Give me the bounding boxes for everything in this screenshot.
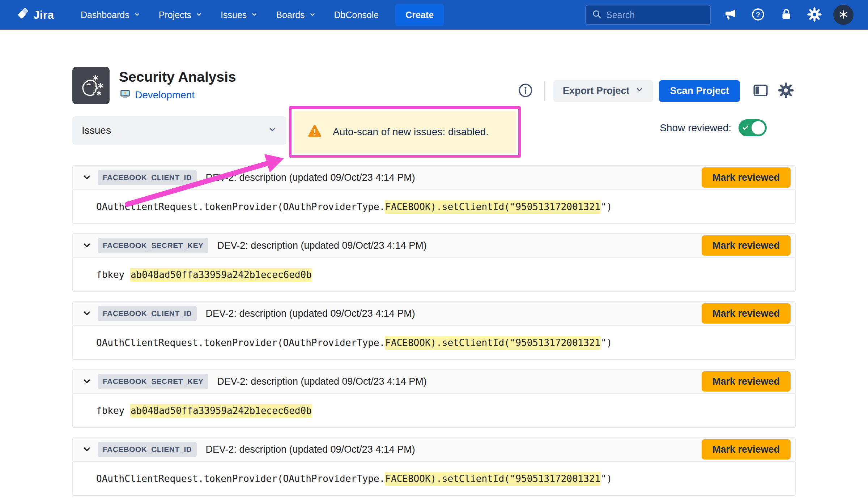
jira-logo-text: Jira bbox=[33, 8, 54, 22]
secret-code-snippet: fbkey ab048ad50ffa33959a242b1ecec6ed0b bbox=[96, 269, 312, 280]
issue-card: FACEBOOK_SECRET_KEY DEV-2: description (… bbox=[72, 369, 796, 428]
highlighted-secret: ab048ad50ffa33959a242b1ecec6ed0b bbox=[130, 268, 312, 282]
chevron-down-icon bbox=[195, 10, 203, 20]
lock-icon bbox=[780, 8, 793, 22]
check-icon bbox=[742, 124, 750, 132]
search-input[interactable] bbox=[606, 10, 705, 20]
create-button[interactable]: Create bbox=[395, 4, 444, 26]
mark-reviewed-button[interactable]: Mark reviewed bbox=[702, 371, 791, 392]
collapse-chevron-button[interactable] bbox=[78, 169, 95, 186]
jira-logo[interactable]: Jira bbox=[17, 7, 54, 23]
top-navbar: Jira Dashboards Projects Issues Boards D… bbox=[0, 0, 868, 30]
chevron-down-icon bbox=[309, 10, 316, 20]
mark-reviewed-button[interactable]: Mark reviewed bbox=[702, 439, 791, 460]
security-button[interactable] bbox=[777, 5, 796, 24]
issue-card-header: FACEBOOK_CLIENT_ID DEV-2: description (u… bbox=[73, 166, 795, 190]
nav-item-boards[interactable]: Boards bbox=[269, 5, 322, 25]
project-category-link[interactable]: Development bbox=[135, 89, 195, 101]
nav-item-label: Dashboards bbox=[81, 10, 129, 20]
issues-filter-label: Issues bbox=[82, 125, 111, 136]
secret-code-snippet: fbkey ab048ad50ffa33959a242b1ecec6ed0b bbox=[96, 405, 312, 416]
code-prefix: fbkey bbox=[96, 269, 130, 280]
chevron-down-icon bbox=[251, 10, 258, 20]
issue-type-badge: FACEBOOK_SECRET_KEY bbox=[98, 374, 208, 389]
code-prefix: OAuthClientRequest.tokenProvider(OAuthPr… bbox=[96, 201, 385, 212]
highlighted-secret: ab048ad50ffa33959a242b1ecec6ed0b bbox=[130, 404, 312, 418]
jira-logo-icon bbox=[17, 7, 30, 23]
highlighted-secret: FACEBOOK).setClientId("950513172001321 bbox=[385, 336, 601, 350]
secret-code-snippet: OAuthClientRequest.tokenProvider(OAuthPr… bbox=[96, 201, 612, 212]
secret-code-snippet: OAuthClientRequest.tokenProvider(OAuthPr… bbox=[96, 473, 612, 484]
chevron-down-icon bbox=[82, 376, 92, 387]
issue-card-header: FACEBOOK_SECRET_KEY DEV-2: description (… bbox=[73, 234, 795, 258]
project-avatar bbox=[72, 67, 110, 104]
nav-item-projects[interactable]: Projects bbox=[152, 5, 209, 25]
project-settings-button[interactable] bbox=[776, 81, 796, 101]
issue-card: FACEBOOK_SECRET_KEY DEV-2: description (… bbox=[72, 233, 796, 292]
chevron-down-icon bbox=[82, 444, 92, 455]
show-reviewed-toggle[interactable] bbox=[739, 119, 767, 136]
announcement-button[interactable] bbox=[720, 5, 739, 24]
issue-card-body: OAuthClientRequest.tokenProvider(OAuthPr… bbox=[73, 326, 795, 359]
issue-title: DEV-2: description (updated 09/Oct/23 4:… bbox=[217, 240, 426, 251]
page-title: Security Analysis bbox=[119, 69, 236, 85]
scan-project-button[interactable]: Scan Project bbox=[659, 80, 740, 102]
issue-card-body: fbkey ab048ad50ffa33959a242b1ecec6ed0b bbox=[73, 394, 795, 427]
chevron-down-icon bbox=[82, 240, 92, 251]
code-prefix: OAuthClientRequest.tokenProvider(OAuthPr… bbox=[96, 473, 385, 484]
project-category-icon bbox=[119, 88, 131, 102]
issue-title: DEV-2: description (updated 09/Oct/23 4:… bbox=[205, 444, 415, 455]
export-project-button[interactable]: Export Project bbox=[553, 80, 654, 102]
info-button[interactable] bbox=[516, 81, 535, 101]
code-suffix: ") bbox=[601, 337, 612, 348]
nav-item-dashboards[interactable]: Dashboards bbox=[74, 5, 147, 25]
title-block: Security Analysis Development bbox=[119, 69, 236, 102]
mark-reviewed-button[interactable]: Mark reviewed bbox=[702, 303, 791, 324]
layout-panel-button[interactable] bbox=[751, 81, 770, 101]
mark-reviewed-button[interactable]: Mark reviewed bbox=[702, 167, 791, 188]
main-content: Security Analysis Development bbox=[72, 30, 796, 496]
divider bbox=[544, 81, 545, 101]
user-avatar[interactable] bbox=[833, 5, 854, 25]
highlighted-secret: FACEBOOK).setClientId("950513172001321 bbox=[385, 472, 601, 486]
code-prefix: OAuthClientRequest.tokenProvider(OAuthPr… bbox=[96, 337, 385, 348]
issue-card: FACEBOOK_CLIENT_ID DEV-2: description (u… bbox=[72, 165, 796, 224]
export-project-label: Export Project bbox=[563, 85, 630, 97]
chevron-down-icon bbox=[635, 85, 644, 97]
nav-item-dbconsole[interactable]: DbConsole bbox=[328, 5, 386, 25]
nav-item-label: DbConsole bbox=[334, 10, 379, 20]
issue-card-body: fbkey ab048ad50ffa33959a242b1ecec6ed0b bbox=[73, 258, 795, 291]
collapse-chevron-button[interactable] bbox=[78, 373, 95, 390]
gear-icon bbox=[807, 7, 822, 23]
search-box[interactable] bbox=[585, 5, 711, 25]
toggle-knob bbox=[752, 121, 765, 134]
filter-row: Issues Auto-scan of new issues: disabled… bbox=[72, 106, 796, 158]
collapse-chevron-button[interactable] bbox=[78, 441, 95, 458]
issue-list: FACEBOOK_CLIENT_ID DEV-2: description (u… bbox=[72, 165, 796, 496]
chevron-down-icon bbox=[268, 125, 277, 137]
issue-card: FACEBOOK_CLIENT_ID DEV-2: description (u… bbox=[72, 437, 796, 496]
avatar-mark-icon bbox=[838, 9, 849, 21]
code-suffix: ") bbox=[601, 473, 612, 484]
highlighted-secret: FACEBOOK).setClientId("950513172001321 bbox=[385, 200, 601, 214]
settings-nav-button[interactable] bbox=[805, 5, 824, 24]
collapse-chevron-button[interactable] bbox=[78, 305, 95, 322]
collapse-chevron-button[interactable] bbox=[78, 237, 95, 254]
issue-type-badge: FACEBOOK_CLIENT_ID bbox=[98, 442, 197, 457]
issues-filter-dropdown[interactable]: Issues bbox=[72, 116, 286, 145]
chevron-down-icon bbox=[82, 172, 92, 183]
issue-type-badge: FACEBOOK_SECRET_KEY bbox=[98, 238, 208, 253]
secret-code-snippet: OAuthClientRequest.tokenProvider(OAuthPr… bbox=[96, 337, 612, 348]
help-button[interactable]: ? bbox=[749, 5, 767, 24]
issue-card-header: FACEBOOK_CLIENT_ID DEV-2: description (u… bbox=[73, 437, 795, 462]
issue-card: FACEBOOK_CLIENT_ID DEV-2: description (u… bbox=[72, 301, 796, 360]
chevron-down-icon bbox=[133, 10, 141, 20]
issue-card-header: FACEBOOK_SECRET_KEY DEV-2: description (… bbox=[73, 370, 795, 394]
nav-item-issues[interactable]: Issues bbox=[214, 5, 264, 25]
header-actions: Export Project Scan Project bbox=[516, 80, 796, 102]
warning-icon bbox=[307, 123, 323, 141]
svg-text:?: ? bbox=[756, 11, 760, 18]
mark-reviewed-button[interactable]: Mark reviewed bbox=[702, 235, 791, 256]
code-prefix: fbkey bbox=[96, 405, 130, 416]
issue-title: DEV-2: description (updated 09/Oct/23 4:… bbox=[217, 376, 426, 387]
